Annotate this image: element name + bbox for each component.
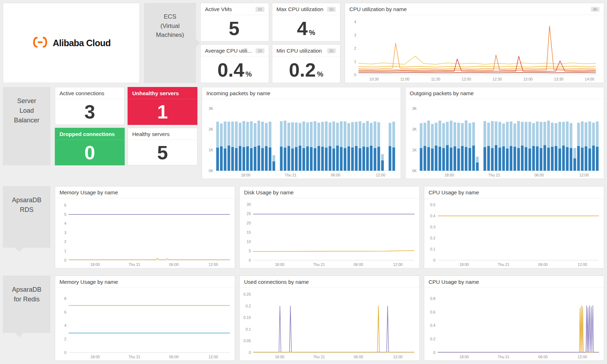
panel-redis-memory-usage: Memory Usage by name 0246818:00Thu 2106:… (55, 276, 235, 361)
time-range-badge: 1h (255, 48, 264, 53)
svg-text:0: 0 (249, 350, 251, 355)
stat-panel-avg-cpu: Average CPU utili... 1h 0.4% (200, 44, 269, 83)
svg-text:0: 0 (433, 258, 435, 262)
svg-text:06:00: 06:00 (354, 262, 363, 267)
svg-text:5: 5 (64, 212, 66, 217)
svg-text:11:30: 11:30 (431, 77, 440, 81)
rds-memory-usage-chart[interactable]: 012345618:00Thu 2106:0012:00 (55, 198, 235, 268)
svg-text:0.8: 0.8 (430, 296, 435, 301)
svg-text:06:00: 06:00 (534, 173, 544, 177)
svg-text:0K: 0K (412, 169, 417, 173)
svg-text:0.25: 0.25 (244, 292, 251, 296)
outgoing-packets-chart[interactable]: 0K1K2K3K18:00Thu 2106:0012:00 (406, 99, 604, 179)
svg-text:1: 1 (64, 249, 66, 253)
chart-title: Outgoing packets by name (410, 90, 474, 96)
svg-text:0K: 0K (209, 169, 213, 173)
svg-text:12:00: 12:00 (579, 173, 589, 177)
svg-text:0.4: 0.4 (430, 323, 435, 327)
rds-cpu-usage-chart[interactable]: 00.10.20.30.40.518:00Thu 2106:0012:00 (424, 198, 604, 268)
chart-title: CPU Usage by name (429, 279, 479, 285)
stat-value: 0.2% (272, 57, 340, 83)
time-range-badge: 1h (327, 48, 336, 53)
svg-text:Thu 21: Thu 21 (129, 355, 140, 359)
svg-text:06:00: 06:00 (169, 262, 178, 267)
panel-incoming-packets: Incoming packets by name 0K1K2K3K18:00Th… (202, 87, 401, 179)
rds-disk-usage-chart[interactable]: 05101520253018:00Thu 2106:0012:00 (240, 198, 419, 268)
slb-row: Server Load Balancer Active connections … (3, 87, 604, 179)
stat-title: Unhealthy servers (132, 90, 179, 96)
panel-redis-cpu-usage: CPU Usage by name 00.20.40.60.818:00Thu … (424, 276, 604, 361)
svg-text:6: 6 (64, 310, 66, 314)
svg-text:10:30: 10:30 (369, 77, 379, 81)
svg-text:0.5: 0.5 (430, 203, 435, 207)
svg-text:Thu 21: Thu 21 (498, 355, 510, 359)
svg-text:11:00: 11:00 (400, 77, 410, 81)
ecs-row: Alibaba Cloud ECS (Virtual Machines) Act… (3, 3, 604, 83)
svg-text:12:00: 12:00 (209, 262, 218, 267)
svg-text:1K: 1K (209, 148, 213, 152)
rds-row: ApsaraDB RDS Memory Usage by name 012345… (3, 186, 604, 268)
svg-text:0.3: 0.3 (430, 225, 435, 229)
svg-text:3: 3 (64, 230, 66, 235)
redis-cpu-usage-chart[interactable]: 00.20.40.60.818:00Thu 2106:0012:00 (424, 288, 604, 360)
stat-value: 4% (272, 15, 340, 41)
group-label-redis: ApsaraDB for Redis (3, 276, 51, 333)
stat-panel-active-vms: Active VMs 1h 5 (200, 3, 269, 42)
svg-text:12:30: 12:30 (492, 77, 502, 81)
svg-text:3K: 3K (209, 106, 213, 111)
svg-text:12:00: 12:00 (376, 173, 385, 177)
panel-redis-used-connections: Used connections by name 00.050.10.150.2… (239, 276, 420, 361)
svg-text:15: 15 (247, 230, 251, 234)
svg-text:18:00: 18:00 (275, 355, 284, 359)
svg-text:25: 25 (247, 212, 251, 216)
svg-text:0.15: 0.15 (244, 315, 251, 320)
alibaba-cloud-logo-text: Alibaba Cloud (53, 38, 111, 48)
svg-text:06:00: 06:00 (169, 355, 178, 359)
stat-title: Max CPU utilization (277, 6, 324, 12)
svg-text:18:00: 18:00 (459, 262, 469, 267)
svg-text:0: 0 (354, 73, 356, 77)
svg-text:0: 0 (433, 350, 435, 355)
svg-text:8: 8 (64, 296, 66, 301)
time-range-badge: 1h (327, 7, 336, 12)
incoming-packets-chart[interactable]: 0K1K2K3K18:00Thu 2106:0012:00 (202, 99, 401, 179)
svg-text:0.1: 0.1 (245, 327, 251, 331)
svg-text:2K: 2K (412, 127, 417, 131)
svg-text:6: 6 (64, 203, 66, 207)
svg-text:1K: 1K (412, 148, 417, 152)
chart-title: Incoming packets by name (206, 90, 270, 96)
svg-text:18:00: 18:00 (275, 262, 284, 267)
ecs-stats-grid: Active VMs 1h 5 Max CPU utilization 1h 4… (200, 3, 340, 83)
redis-memory-usage-chart[interactable]: 0246818:00Thu 2106:0012:00 (55, 288, 235, 360)
time-range-badge: 1h (255, 7, 264, 12)
group-label-rds: ApsaraDB RDS (3, 186, 51, 248)
svg-text:12:00: 12:00 (393, 262, 402, 267)
redis-used-connections-chart[interactable]: 00.050.10.150.20.2518:00Thu 2106:0012:00 (240, 288, 419, 360)
svg-text:Thu 21: Thu 21 (285, 173, 297, 177)
svg-text:0: 0 (64, 258, 66, 262)
svg-text:10: 10 (247, 239, 251, 244)
stat-value: 5 (201, 15, 269, 41)
stat-value: 3 (55, 99, 124, 125)
group-label-slb: Server Load Balancer (3, 87, 51, 165)
chart-title: Used connections by name (244, 279, 309, 285)
svg-text:30: 30 (247, 202, 251, 207)
stat-title: Average CPU utili... (205, 48, 252, 54)
svg-text:18:00: 18:00 (90, 355, 100, 359)
cpu-utilization-chart[interactable]: 0123410:3011:0011:3012:0012:3013:0013:30… (345, 15, 604, 83)
stat-title: Min CPU utilization (277, 48, 322, 54)
svg-text:Thu 21: Thu 21 (313, 355, 325, 359)
stat-panel-min-cpu: Min CPU utilization 1h 0.2% (272, 44, 341, 83)
svg-text:0.6: 0.6 (430, 310, 435, 314)
svg-text:18:00: 18:00 (444, 173, 454, 177)
svg-text:2K: 2K (209, 127, 213, 131)
svg-text:18:00: 18:00 (241, 173, 250, 177)
dashboard: Alibaba Cloud ECS (Virtual Machines) Act… (0, 0, 607, 364)
svg-text:12:00: 12:00 (578, 262, 587, 267)
svg-text:2: 2 (64, 337, 66, 341)
svg-text:18:00: 18:00 (459, 355, 469, 359)
stat-panel-max-cpu: Max CPU utilization 1h 4% (272, 3, 341, 42)
stat-panel-active-connections: Active connections 3 (55, 87, 125, 125)
svg-text:06:00: 06:00 (331, 173, 340, 177)
stat-value: 5 (128, 140, 197, 165)
